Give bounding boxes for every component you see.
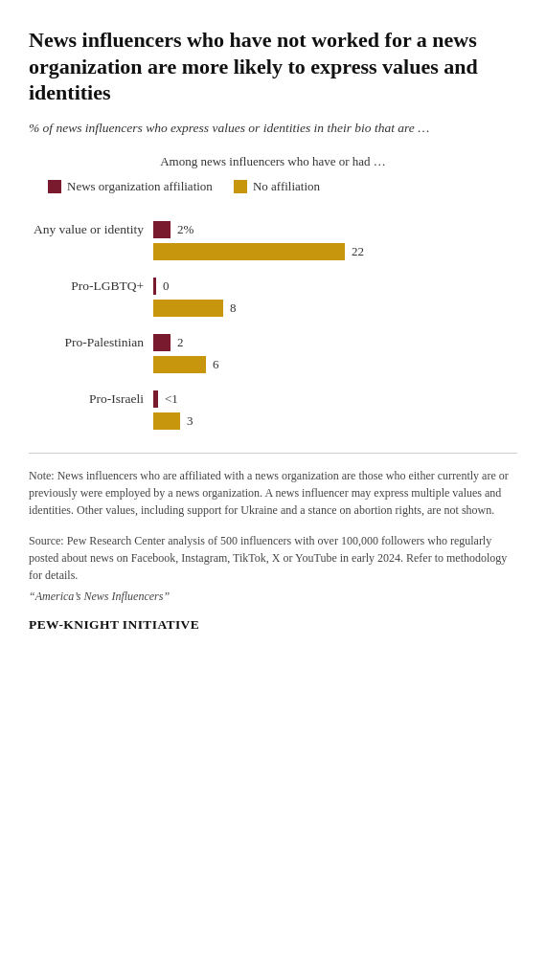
bar-3-0 (153, 390, 158, 408)
divider (29, 453, 517, 454)
chart-group-3: Pro-Israeli<13 (29, 390, 517, 430)
bar-0-0 (153, 221, 171, 238)
group-label-3: Pro-Israeli (29, 390, 153, 430)
chart-group-2: Pro-Palestinian26 (29, 334, 517, 373)
bar-row-3-1: 3 (153, 412, 517, 430)
bar-col-3: <13 (153, 390, 517, 430)
among-label: Among news influencers who have or had … (29, 154, 517, 169)
legend-swatch-1 (234, 180, 247, 193)
bar-2-0 (153, 334, 171, 351)
bar-value-1-0: 0 (163, 278, 170, 294)
legend-label-1: No affiliation (253, 179, 320, 194)
bar-value-1-1: 8 (230, 301, 237, 316)
bar-col-2: 26 (153, 334, 517, 373)
bar-row-2-0: 2 (153, 334, 517, 351)
legend-item-0: News organization affiliation (48, 179, 213, 194)
bar-value-0-1: 22 (352, 244, 364, 259)
bar-3-1 (153, 412, 180, 430)
bar-value-2-0: 2 (177, 335, 184, 350)
bar-1-1 (153, 300, 223, 317)
legend-item-1: No affiliation (234, 179, 320, 194)
quote-text: “America’s News Influencers” (29, 590, 517, 604)
legend: News organization affiliationNo affiliat… (48, 179, 517, 194)
legend-swatch-0 (48, 180, 61, 193)
bar-value-0-0: 2% (177, 222, 193, 237)
bar-row-1-1: 8 (153, 300, 517, 317)
note-text: Note: News influencers who are affiliate… (29, 467, 517, 519)
bar-row-2-1: 6 (153, 356, 517, 373)
bar-col-0: 2%22 (153, 221, 517, 260)
subtitle: % of news influencers who express values… (29, 120, 517, 138)
bar-value-3-0: <1 (165, 391, 178, 407)
bar-value-3-1: 3 (187, 413, 193, 429)
bar-row-0-0: 2% (153, 221, 517, 238)
footer-logo: PEW-KNIGHT INITIATIVE (29, 617, 517, 633)
source-text: Source: Pew Research Center analysis of … (29, 532, 517, 584)
main-title: News influencers who have not worked for… (29, 27, 517, 106)
bar-0-1 (153, 243, 345, 260)
bar-1-0 (153, 278, 156, 295)
group-label-2: Pro-Palestinian (29, 334, 153, 373)
bar-row-3-0: <1 (153, 390, 517, 408)
chart-group-1: Pro-LGBTQ+08 (29, 278, 517, 317)
bar-row-1-0: 0 (153, 278, 517, 295)
bar-2-1 (153, 356, 206, 373)
bar-value-2-1: 6 (213, 357, 219, 372)
chart-area: Any value or identity2%22Pro-LGBTQ+08Pro… (29, 221, 517, 430)
legend-label-0: News organization affiliation (67, 179, 213, 194)
bar-col-1: 08 (153, 278, 517, 317)
bar-row-0-1: 22 (153, 243, 517, 260)
group-label-1: Pro-LGBTQ+ (29, 278, 153, 317)
chart-group-0: Any value or identity2%22 (29, 221, 517, 260)
group-label-0: Any value or identity (29, 221, 153, 260)
